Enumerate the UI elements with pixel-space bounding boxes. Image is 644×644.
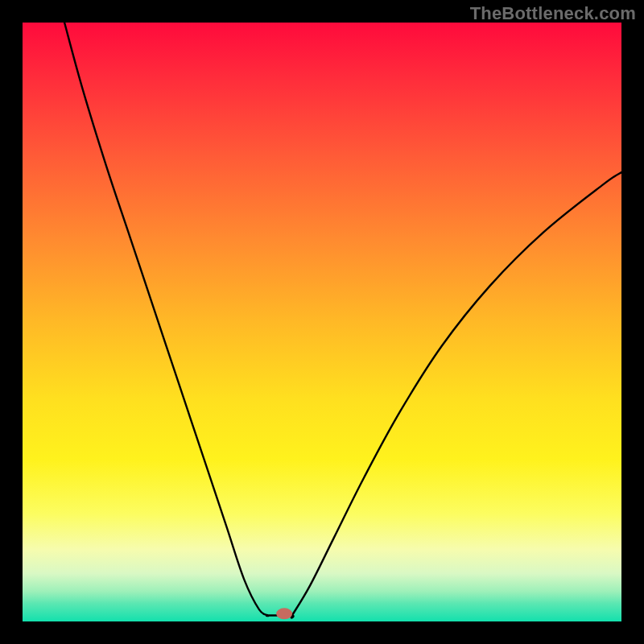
optimum-marker — [276, 608, 292, 619]
plot-area — [23, 23, 621, 621]
curve-path — [64, 23, 621, 618]
bottleneck-curve — [23, 23, 621, 621]
chart-frame: TheBottleneck.com — [0, 0, 644, 644]
watermark-label: TheBottleneck.com — [470, 3, 636, 24]
